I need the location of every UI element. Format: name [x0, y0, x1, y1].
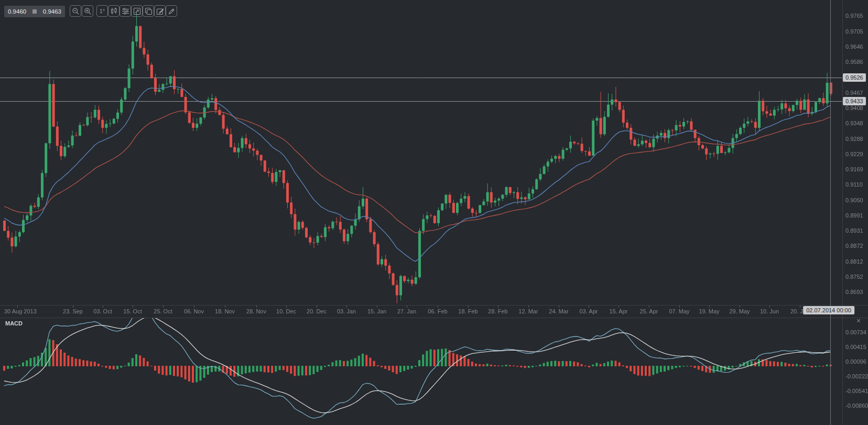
date-axis-label: 15. Jan [367, 308, 386, 314]
date-axis-label: 23. Sep [63, 308, 83, 314]
date-axis-label: 20. Dec [307, 308, 327, 314]
date-axis-label: 10. Dec [276, 308, 296, 314]
date-axis-label: 10. Jun [760, 308, 779, 314]
date-axis-label: 28. Nov [246, 308, 266, 314]
price-axis-label: 0.9348 [845, 120, 863, 126]
date-axis-label: 18. Nov [215, 308, 235, 314]
date-axis-label: 12. Mar [518, 308, 538, 314]
copy-icon [145, 7, 153, 15]
date-axis-label: 24. Mar [549, 308, 568, 314]
price-axis-label: 0.9467 [845, 90, 863, 96]
macd-close-icon[interactable]: × [856, 317, 861, 324]
date-axis-label: 07. May [669, 308, 689, 314]
price-axis-label: 0.9229 [845, 151, 863, 157]
indicators-button[interactable] [120, 5, 131, 17]
pen-icon [168, 7, 176, 15]
macd-axis-label: -0.00860 [845, 402, 868, 409]
sliders-icon [122, 7, 129, 15]
chart-window: 0.9460 0.9463 1° 0.97650.97050.96460.958… [0, 0, 868, 425]
date-axis-label: 06. Feb [428, 308, 447, 314]
date-axis-label: 25. Oct [154, 308, 172, 314]
price-axis-label: 0.8693 [845, 289, 863, 295]
chart-canvas[interactable] [0, 0, 868, 425]
date-axis-label: 03. Apr [580, 308, 598, 314]
copy-chart-button[interactable] [143, 5, 154, 17]
macd-panel-title: MACD [5, 320, 23, 326]
candlestick-icon [110, 7, 118, 15]
macd-axis-label: -0.00222 [845, 373, 868, 379]
price-axis-label: 0.9050 [845, 197, 863, 203]
date-axis-label: 03. Jan [337, 308, 356, 314]
price-line-badge: 0.9526 [843, 73, 866, 82]
date-axis-label: 15. Oct [123, 308, 142, 314]
price-line-badge: 0.9433 [843, 97, 866, 105]
date-axis-label: 18. Feb [458, 308, 478, 314]
price-axis-label: 0.8872 [845, 243, 863, 249]
price-axis-label: 0.8752 [845, 274, 863, 280]
crosshair-date-badge: 02.07.2014 00:00 [803, 306, 854, 314]
price-axis-label: 0.9586 [845, 59, 863, 65]
edit-icon [156, 7, 164, 15]
macd-axis-label: 0.00096 [845, 358, 866, 365]
date-axis-label: 30 Aug 2013 [4, 308, 37, 314]
bid-price[interactable]: 0.9460 [8, 8, 26, 15]
timeframe-button[interactable]: 1° [96, 5, 108, 17]
zoom-in-icon [84, 7, 92, 15]
price-axis-label: 0.8991 [845, 212, 863, 219]
draw-button[interactable] [166, 5, 177, 17]
zoom-in-button[interactable] [82, 5, 93, 17]
date-axis-label: 29. May [729, 308, 750, 314]
zoom-out-icon [72, 7, 80, 15]
chart-type-button[interactable] [108, 5, 120, 17]
date-axis-label: 06. Nov [184, 308, 204, 314]
date-axis-label: 03. Oct [93, 308, 112, 314]
expand-button[interactable] [131, 5, 143, 17]
price-axis-label: 0.9705 [845, 28, 863, 35]
price-axis-label: 0.9288 [845, 136, 863, 142]
price-axis-label: 0.9408 [845, 105, 863, 111]
date-axis-label: 19. May [699, 308, 719, 314]
date-axis-label: 25. Apr [640, 308, 658, 314]
price-axis-label: 0.9169 [845, 166, 863, 172]
date-axis-label: 15. Apr [610, 308, 628, 314]
quote-separator-icon [32, 9, 37, 14]
quote-box: 0.9460 0.9463 [4, 6, 65, 17]
macd-axis-label: 0.00734 [845, 329, 866, 335]
price-axis-label: 0.9110 [845, 181, 863, 188]
price-axis-label: 0.8812 [845, 258, 863, 265]
macd-axis-label: 0.00415 [845, 344, 866, 350]
macd-axis-label: -0.00541 [845, 388, 868, 394]
edit-button[interactable] [154, 5, 166, 17]
date-axis-label: 27. Jan [397, 308, 416, 314]
date-axis-label: 28. Feb [488, 308, 507, 314]
price-axis-label: 0.9646 [845, 43, 863, 50]
expand-icon [133, 7, 141, 15]
ask-price[interactable]: 0.9463 [43, 8, 61, 15]
price-axis-label: 0.8931 [845, 227, 863, 234]
price-axis-label: 0.9765 [845, 13, 863, 19]
zoom-out-button[interactable] [70, 5, 81, 17]
